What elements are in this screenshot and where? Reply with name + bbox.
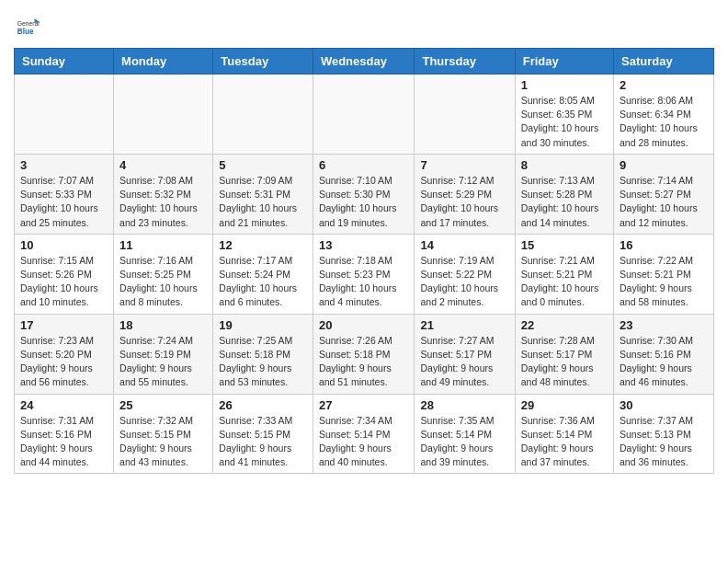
calendar-cell: 15Sunrise: 7:21 AMSunset: 5:21 PMDayligh… — [515, 234, 613, 314]
day-info: Sunrise: 7:27 AMSunset: 5:17 PMDaylight:… — [420, 334, 508, 390]
calendar-cell — [313, 75, 415, 155]
logo-icon: General Blue — [14, 13, 41, 40]
day-info: Sunrise: 7:19 AMSunset: 5:22 PMDaylight:… — [420, 254, 508, 310]
day-number: 1 — [521, 78, 608, 92]
calendar-cell: 19Sunrise: 7:25 AMSunset: 5:18 PMDayligh… — [213, 314, 313, 394]
calendar-cell: 24Sunrise: 7:31 AMSunset: 5:16 PMDayligh… — [15, 394, 114, 474]
day-info: Sunrise: 7:16 AMSunset: 5:25 PMDaylight:… — [119, 254, 207, 310]
calendar-cell: 28Sunrise: 7:35 AMSunset: 5:14 PMDayligh… — [415, 394, 515, 474]
day-number: 18 — [119, 318, 207, 332]
calendar-week-3: 10Sunrise: 7:15 AMSunset: 5:26 PMDayligh… — [15, 234, 714, 314]
header: General Blue — [14, 9, 714, 40]
day-info: Sunrise: 8:06 AMSunset: 6:34 PMDaylight:… — [620, 94, 708, 150]
weekday-header-tuesday: Tuesday — [213, 49, 313, 75]
weekday-header-thursday: Thursday — [415, 49, 515, 75]
day-info: Sunrise: 7:33 AMSunset: 5:15 PMDaylight:… — [219, 414, 307, 470]
calendar-cell: 3Sunrise: 7:07 AMSunset: 5:33 PMDaylight… — [15, 154, 114, 234]
day-info: Sunrise: 7:14 AMSunset: 5:27 PMDaylight:… — [620, 174, 708, 230]
calendar-table: SundayMondayTuesdayWednesdayThursdayFrid… — [14, 48, 714, 474]
day-info: Sunrise: 7:18 AMSunset: 5:23 PMDaylight:… — [319, 254, 409, 310]
day-info: Sunrise: 7:15 AMSunset: 5:26 PMDaylight:… — [20, 254, 108, 310]
day-number: 26 — [219, 398, 307, 412]
day-info: Sunrise: 7:37 AMSunset: 5:13 PMDaylight:… — [620, 414, 708, 470]
day-info: Sunrise: 7:08 AMSunset: 5:32 PMDaylight:… — [119, 174, 207, 230]
calendar-cell: 7Sunrise: 7:12 AMSunset: 5:29 PMDaylight… — [415, 154, 515, 234]
day-number: 30 — [620, 398, 708, 412]
day-number: 13 — [319, 238, 409, 252]
calendar-cell: 2Sunrise: 8:06 AMSunset: 6:34 PMDaylight… — [614, 75, 714, 155]
day-info: Sunrise: 7:36 AMSunset: 5:14 PMDaylight:… — [521, 414, 608, 470]
calendar-cell: 20Sunrise: 7:26 AMSunset: 5:18 PMDayligh… — [313, 314, 415, 394]
weekday-header-wednesday: Wednesday — [313, 49, 415, 75]
day-info: Sunrise: 7:17 AMSunset: 5:24 PMDaylight:… — [219, 254, 307, 310]
day-number: 27 — [319, 398, 409, 412]
day-info: Sunrise: 7:23 AMSunset: 5:20 PMDaylight:… — [20, 334, 108, 390]
calendar-week-2: 3Sunrise: 7:07 AMSunset: 5:33 PMDaylight… — [15, 154, 714, 234]
day-info: Sunrise: 7:32 AMSunset: 5:15 PMDaylight:… — [119, 414, 207, 470]
day-info: Sunrise: 7:30 AMSunset: 5:16 PMDaylight:… — [620, 334, 708, 390]
day-info: Sunrise: 7:21 AMSunset: 5:21 PMDaylight:… — [521, 254, 608, 310]
day-info: Sunrise: 7:07 AMSunset: 5:33 PMDaylight:… — [20, 174, 108, 230]
calendar-cell: 14Sunrise: 7:19 AMSunset: 5:22 PMDayligh… — [415, 234, 515, 314]
day-number: 24 — [20, 398, 108, 412]
calendar-cell — [114, 75, 213, 155]
day-number: 21 — [420, 318, 508, 332]
calendar-cell: 4Sunrise: 7:08 AMSunset: 5:32 PMDaylight… — [114, 154, 213, 234]
day-info: Sunrise: 7:25 AMSunset: 5:18 PMDaylight:… — [219, 334, 307, 390]
day-info: Sunrise: 7:09 AMSunset: 5:31 PMDaylight:… — [219, 174, 307, 230]
weekday-header-friday: Friday — [515, 49, 613, 75]
calendar-cell — [415, 75, 515, 155]
day-number: 15 — [521, 238, 608, 252]
day-info: Sunrise: 8:05 AMSunset: 6:35 PMDaylight:… — [521, 94, 608, 150]
calendar-cell: 5Sunrise: 7:09 AMSunset: 5:31 PMDaylight… — [213, 154, 313, 234]
day-number: 4 — [119, 158, 207, 172]
calendar-cell — [213, 75, 313, 155]
calendar-cell: 12Sunrise: 7:17 AMSunset: 5:24 PMDayligh… — [213, 234, 313, 314]
calendar-week-5: 24Sunrise: 7:31 AMSunset: 5:16 PMDayligh… — [15, 394, 714, 474]
day-number: 2 — [620, 78, 708, 92]
calendar-cell: 22Sunrise: 7:28 AMSunset: 5:17 PMDayligh… — [515, 314, 613, 394]
calendar-cell: 9Sunrise: 7:14 AMSunset: 5:27 PMDaylight… — [614, 154, 714, 234]
day-number: 11 — [119, 238, 207, 252]
day-number: 5 — [219, 158, 307, 172]
day-number: 22 — [521, 318, 608, 332]
calendar-cell: 6Sunrise: 7:10 AMSunset: 5:30 PMDaylight… — [313, 154, 415, 234]
day-info: Sunrise: 7:26 AMSunset: 5:18 PMDaylight:… — [319, 334, 409, 390]
day-number: 7 — [420, 158, 508, 172]
calendar-cell: 8Sunrise: 7:13 AMSunset: 5:28 PMDaylight… — [515, 154, 613, 234]
day-number: 8 — [521, 158, 608, 172]
calendar-cell: 26Sunrise: 7:33 AMSunset: 5:15 PMDayligh… — [213, 394, 313, 474]
day-info: Sunrise: 7:12 AMSunset: 5:29 PMDaylight:… — [420, 174, 508, 230]
weekday-header-monday: Monday — [114, 49, 213, 75]
day-info: Sunrise: 7:34 AMSunset: 5:14 PMDaylight:… — [319, 414, 409, 470]
day-info: Sunrise: 7:22 AMSunset: 5:21 PMDaylight:… — [620, 254, 708, 310]
day-info: Sunrise: 7:31 AMSunset: 5:16 PMDaylight:… — [20, 414, 108, 470]
calendar-cell: 18Sunrise: 7:24 AMSunset: 5:19 PMDayligh… — [114, 314, 213, 394]
calendar-cell: 25Sunrise: 7:32 AMSunset: 5:15 PMDayligh… — [114, 394, 213, 474]
day-number: 14 — [420, 238, 508, 252]
calendar-cell: 16Sunrise: 7:22 AMSunset: 5:21 PMDayligh… — [614, 234, 714, 314]
day-number: 28 — [420, 398, 508, 412]
day-number: 16 — [620, 238, 708, 252]
day-number: 9 — [620, 158, 708, 172]
day-info: Sunrise: 7:35 AMSunset: 5:14 PMDaylight:… — [420, 414, 508, 470]
calendar-cell: 30Sunrise: 7:37 AMSunset: 5:13 PMDayligh… — [614, 394, 714, 474]
day-info: Sunrise: 7:13 AMSunset: 5:28 PMDaylight:… — [521, 174, 608, 230]
calendar-cell: 23Sunrise: 7:30 AMSunset: 5:16 PMDayligh… — [614, 314, 714, 394]
day-number: 23 — [620, 318, 708, 332]
main-container: General Blue SundayMondayTuesdayWednesda… — [0, 0, 728, 483]
calendar-cell: 29Sunrise: 7:36 AMSunset: 5:14 PMDayligh… — [515, 394, 613, 474]
calendar-cell: 1Sunrise: 8:05 AMSunset: 6:35 PMDaylight… — [515, 75, 613, 155]
day-number: 17 — [20, 318, 108, 332]
day-number: 10 — [20, 238, 108, 252]
calendar-cell: 13Sunrise: 7:18 AMSunset: 5:23 PMDayligh… — [313, 234, 415, 314]
calendar-cell: 21Sunrise: 7:27 AMSunset: 5:17 PMDayligh… — [415, 314, 515, 394]
calendar-header: SundayMondayTuesdayWednesdayThursdayFrid… — [15, 49, 714, 75]
svg-text:Blue: Blue — [17, 28, 34, 36]
calendar-week-1: 1Sunrise: 8:05 AMSunset: 6:35 PMDaylight… — [15, 75, 714, 155]
calendar-week-4: 17Sunrise: 7:23 AMSunset: 5:20 PMDayligh… — [15, 314, 714, 394]
day-number: 12 — [219, 238, 307, 252]
calendar-cell: 27Sunrise: 7:34 AMSunset: 5:14 PMDayligh… — [313, 394, 415, 474]
day-info: Sunrise: 7:10 AMSunset: 5:30 PMDaylight:… — [319, 174, 409, 230]
calendar-body: 1Sunrise: 8:05 AMSunset: 6:35 PMDaylight… — [15, 75, 714, 474]
